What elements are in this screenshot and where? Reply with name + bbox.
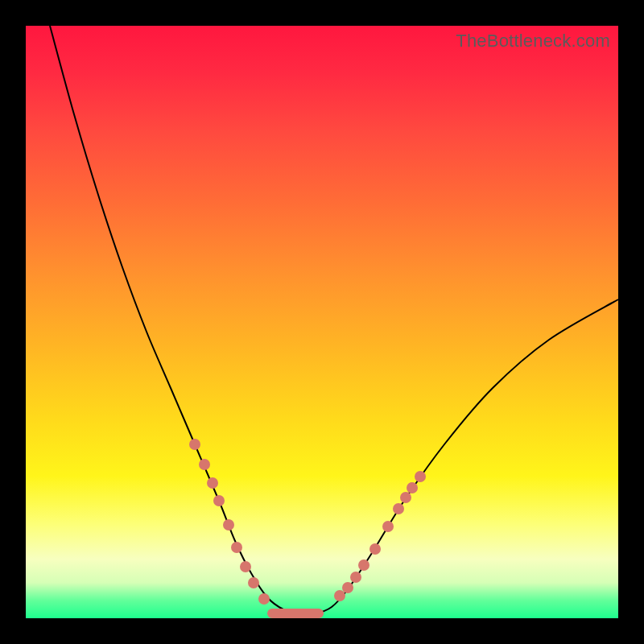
right-marker-dot — [382, 521, 394, 532]
left-marker-dot — [189, 439, 200, 450]
chart-frame: TheBottleneck.com — [0, 0, 644, 644]
chart-svg — [26, 26, 618, 618]
right-marker-dot — [334, 590, 345, 601]
right-marker-dot — [393, 503, 404, 514]
left-marker-dot — [258, 593, 270, 605]
right-marker-dot — [350, 572, 361, 583]
left-marker-dot — [199, 459, 210, 470]
right-marker-dot — [369, 543, 381, 555]
right-marker-dot — [407, 482, 418, 493]
right-marker-dot — [415, 471, 426, 482]
left-marker-dot — [213, 495, 225, 506]
right-marker-dot — [358, 559, 369, 571]
bottleneck-curve — [50, 26, 618, 614]
right-marker-dot — [342, 582, 353, 593]
left-marker-dot — [240, 561, 251, 572]
left-marker-dot — [248, 577, 259, 588]
trough-cluster-pill — [267, 609, 324, 618]
chart-plot-area: TheBottleneck.com — [26, 26, 618, 618]
right-marker-dot — [400, 492, 411, 503]
left-marker-dot — [231, 542, 242, 553]
left-marker-dot — [207, 477, 218, 489]
left-marker-dot — [223, 519, 234, 530]
